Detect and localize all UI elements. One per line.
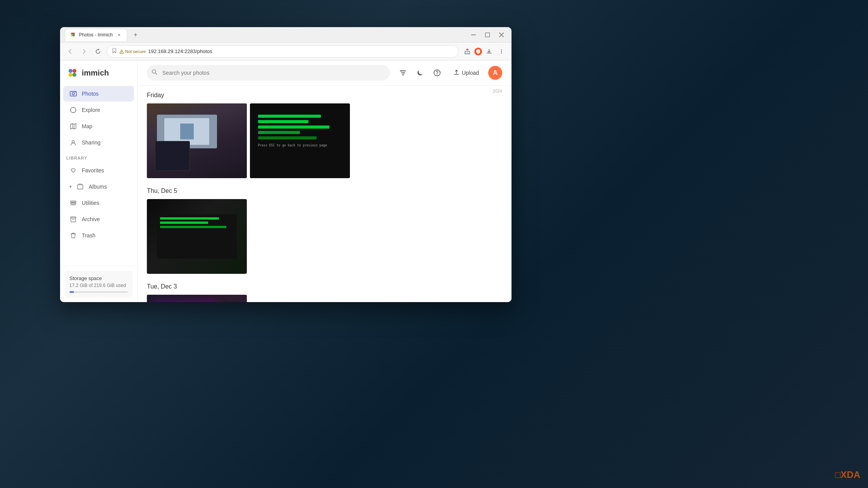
svg-rect-24	[71, 203, 76, 204]
search-icon	[152, 69, 158, 77]
top-bar: Upload A	[138, 60, 512, 86]
sidebar-item-label-sharing: Sharing	[82, 139, 100, 146]
svg-line-28	[156, 73, 157, 75]
sidebar-item-label-utilities: Utilities	[82, 200, 99, 206]
main-content: Upload A 2024 Friday	[138, 60, 512, 302]
menu-icon[interactable]	[496, 46, 507, 57]
search-input[interactable]	[147, 65, 390, 81]
archive-icon	[69, 215, 77, 223]
date-label-dec5: Thu, Dec 5	[147, 187, 502, 194]
photo-laptop-glowing	[147, 295, 247, 302]
storage-bar-fill	[69, 291, 74, 293]
sidebar-item-explore[interactable]: Explore	[63, 102, 134, 118]
share-icon[interactable]	[462, 46, 473, 57]
download-icon[interactable]	[484, 46, 494, 57]
svg-point-18	[72, 93, 74, 95]
svg-point-10	[501, 49, 502, 50]
albums-chevron-icon: ▾	[69, 184, 72, 189]
refresh-button[interactable]	[93, 46, 103, 57]
xda-watermark: □XDA	[835, 469, 860, 480]
sidebar-item-photos[interactable]: Photos	[63, 86, 134, 101]
sidebar-item-label-albums: Albums	[89, 184, 107, 190]
url-text: 192.168.29.124:2283/photos	[148, 48, 212, 54]
user-avatar[interactable]: A	[488, 66, 502, 80]
sidebar-item-map[interactable]: Map	[63, 119, 134, 134]
svg-point-9	[121, 52, 122, 53]
tab-title: Photos - Immich	[79, 32, 113, 38]
photo-thumb[interactable]: Press ESC to go back to previous page	[250, 103, 350, 178]
photo-terminal: Press ESC to go back to previous page	[250, 103, 350, 178]
photos-icon	[69, 90, 77, 98]
map-icon	[69, 122, 77, 130]
svg-point-29	[401, 70, 402, 72]
photos-area: 2024 Friday	[138, 86, 512, 302]
sidebar-item-archive[interactable]: Archive	[63, 211, 134, 227]
brave-shield-icon[interactable]	[474, 48, 482, 55]
date-label-dec3: Tue, Dec 3	[147, 283, 502, 290]
library-section-label: LIBRARY	[60, 151, 137, 162]
svg-rect-26	[71, 217, 76, 218]
svg-point-30	[403, 72, 405, 74]
browser-toolbar: Not secure 192.168.29.124:2283/photos	[60, 43, 512, 60]
sidebar-logo: immich	[60, 60, 137, 82]
dark-mode-button[interactable]	[413, 66, 427, 80]
svg-point-27	[152, 70, 156, 73]
sidebar-item-label-archive: Archive	[82, 216, 100, 222]
date-section-dec3: Tue, Dec 3	[147, 283, 502, 302]
favorites-icon	[69, 167, 77, 174]
sharing-icon	[69, 139, 77, 146]
sidebar: immich Photos Explore	[60, 60, 138, 302]
photo-thumb[interactable]	[147, 295, 247, 302]
photo-desk-setup	[147, 103, 247, 178]
window-maximize-button[interactable]	[482, 29, 493, 40]
sidebar-item-trash[interactable]: Trash	[63, 228, 134, 243]
back-button[interactable]	[65, 46, 76, 57]
svg-point-21	[72, 141, 74, 143]
window-close-button[interactable]	[496, 29, 507, 40]
browser-tab[interactable]: Photos - Immich ✕	[65, 29, 127, 41]
forward-button[interactable]	[79, 46, 90, 57]
help-button[interactable]	[430, 66, 444, 80]
photo-grid-friday: Press ESC to go back to previous page	[147, 103, 502, 178]
upload-button[interactable]: Upload	[447, 67, 485, 79]
svg-rect-22	[78, 185, 83, 189]
sidebar-item-utilities[interactable]: Utilities	[63, 195, 134, 211]
window-minimize-button[interactable]	[468, 29, 479, 40]
svg-rect-25	[71, 205, 76, 205]
photo-thumb[interactable]	[147, 103, 247, 178]
address-bar[interactable]: Not secure 192.168.29.124:2283/photos	[107, 45, 459, 58]
svg-rect-23	[71, 201, 76, 202]
svg-point-19	[75, 92, 76, 93]
storage-bar-background	[69, 291, 128, 293]
storage-card: Storage space 17.2 GiB of 219.6 GiB used	[65, 271, 133, 297]
browser-titlebar: Photos - Immich ✕ +	[60, 27, 512, 43]
svg-point-16	[72, 73, 76, 77]
photo-grid-dec3	[147, 295, 502, 302]
svg-point-15	[69, 73, 72, 77]
bookmark-icon	[112, 48, 117, 55]
browser-window: Photos - Immich ✕ +	[60, 27, 512, 302]
svg-rect-5	[486, 33, 490, 37]
storage-text: 17.2 GiB of 219.6 GiB used	[69, 283, 128, 288]
filter-button[interactable]	[396, 66, 410, 80]
tab-close-button[interactable]: ✕	[116, 32, 122, 38]
sidebar-item-favorites[interactable]: Favorites	[63, 163, 134, 178]
date-label-friday: Friday	[147, 92, 502, 99]
logo-icon	[66, 67, 79, 79]
logo-text: immich	[82, 69, 109, 77]
security-warning: Not secure	[119, 49, 146, 54]
sidebar-bottom: Storage space 17.2 GiB of 219.6 GiB used	[60, 266, 137, 302]
svg-point-33	[437, 74, 437, 75]
sidebar-item-label-explore: Explore	[82, 107, 100, 113]
new-tab-button[interactable]: +	[130, 29, 141, 40]
date-section-dec5: Thu, Dec 5	[147, 187, 502, 274]
sidebar-item-label-map: Map	[82, 123, 92, 129]
sidebar-item-sharing[interactable]: Sharing	[63, 135, 134, 150]
photo-thumb[interactable]	[147, 199, 247, 274]
sidebar-item-albums[interactable]: ▾ Albums	[63, 179, 134, 194]
svg-point-31	[402, 74, 403, 76]
trash-icon	[69, 232, 77, 239]
upload-label: Upload	[462, 70, 479, 76]
top-bar-right: Upload A	[396, 66, 502, 80]
app-container: immich Photos Explore	[60, 60, 512, 302]
